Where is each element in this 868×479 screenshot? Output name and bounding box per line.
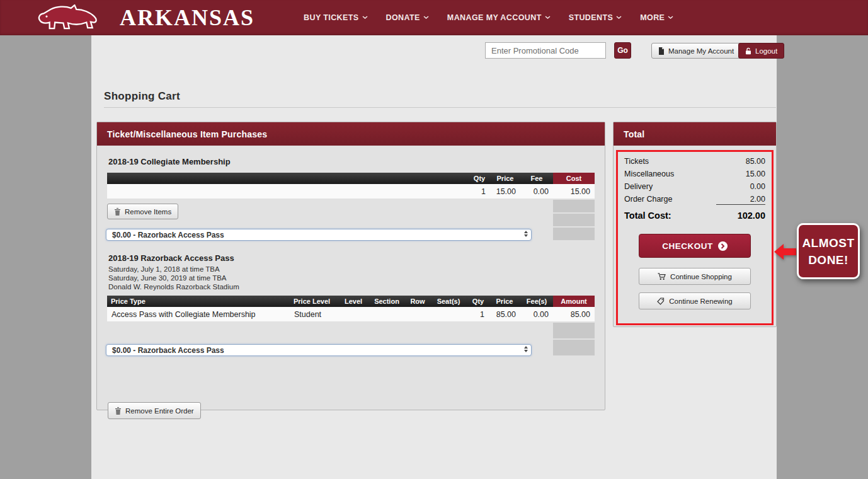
col-blank: [107, 173, 469, 184]
brand-wordmark[interactable]: ARKANSAS: [120, 6, 254, 29]
chevron-down-icon: [362, 16, 368, 20]
razorback-hog-logo[interactable]: [35, 4, 101, 31]
col-price-level: Price Level: [290, 296, 339, 307]
total-row-value: 15.00: [746, 170, 765, 178]
cost-column-filler: [553, 200, 595, 241]
top-navbar: ARKANSAS BUY TICKETS DONATE MANAGE MY AC…: [0, 0, 868, 35]
cost-stub-cell: [553, 200, 595, 212]
membership-table-header: Qty Price Fee Cost: [107, 173, 595, 184]
nav-students[interactable]: STUDENTS: [569, 13, 622, 22]
logout-label: Logout: [755, 47, 777, 55]
cell-price-level: Student: [290, 307, 339, 321]
cell-price-type: Access Pass with Collegiate Membership: [107, 307, 290, 321]
col-fee: Fee: [520, 173, 553, 184]
nav-manage-my-account[interactable]: MANAGE MY ACCOUNT: [447, 13, 551, 22]
logout-button[interactable]: Logout: [738, 43, 784, 59]
cell-section: [368, 307, 406, 321]
cell-cost: 15.00: [553, 184, 595, 199]
membership-access-pass-select[interactable]: $0.00 - Razorback Access Pass: [106, 229, 532, 241]
promo-code-input[interactable]: [485, 42, 606, 59]
chevron-down-icon: [616, 16, 622, 20]
total-cost-value: 102.00: [738, 211, 765, 221]
membership-actions-row: Remove Items $0.00 - Razorback Access Pa…: [107, 199, 595, 242]
manage-account-button[interactable]: Manage My Account: [651, 43, 741, 59]
cost-stub-cell: [553, 228, 595, 240]
remove-items-button[interactable]: Remove Items: [107, 204, 178, 219]
cell-qty: 1: [467, 307, 489, 321]
access-pass-table-row: Access Pass with Collegiate Membership S…: [107, 307, 595, 322]
membership-table-row: 1 15.00 0.00 15.00: [107, 184, 595, 199]
nav-students-label: STUDENTS: [569, 13, 614, 22]
col-price: Price: [489, 296, 520, 307]
membership-access-pass-select-value: $0.00 - Razorback Access Pass: [112, 231, 224, 240]
remove-entire-order-label: Remove Entire Order: [125, 407, 194, 415]
total-row-delivery: Delivery 0.00: [624, 182, 765, 195]
total-panel: Total Tickets 85.00 Miscellaneous 15.00 …: [613, 122, 777, 327]
amount-stub-cell: [553, 323, 595, 338]
col-qty: Qty: [469, 173, 490, 184]
cell-fee: 0.00: [520, 184, 553, 199]
amount-stub-cell: [553, 340, 595, 355]
total-row-label: Miscellaneous: [624, 170, 674, 178]
amount-column-filler: [553, 323, 595, 357]
total-row-miscellaneous: Miscellaneous 15.00: [624, 170, 765, 182]
membership-item-name: 2018-19 Collegiate Membership: [108, 157, 595, 166]
nav-buy-tickets-label: BUY TICKETS: [304, 13, 359, 22]
purchases-panel: Ticket/Miscellaneous Item Purchases 2018…: [96, 122, 605, 410]
total-row-label: Delivery: [624, 182, 653, 191]
col-level: Level: [339, 296, 368, 307]
event-date-2: Saturday, June 30, 2019 at time TBA: [108, 274, 595, 282]
cell-blank: [107, 184, 469, 199]
col-qty: Qty: [467, 296, 489, 307]
total-cost-row: Total Cost: 102.00: [624, 211, 765, 221]
promo-go-button[interactable]: Go: [614, 42, 631, 59]
continue-shopping-button[interactable]: Continue Shopping: [639, 268, 751, 285]
total-row-label: Tickets: [624, 157, 649, 166]
razorback-hog-icon: [35, 4, 101, 31]
manage-account-label: Manage My Account: [668, 47, 734, 55]
access-pass-table: Price Type Price Level Level Section Row…: [107, 296, 595, 322]
cell-amount: 85.00: [553, 307, 595, 321]
access-pass-select[interactable]: $0.00 - Razorback Access Pass: [106, 344, 532, 356]
nav-manage-my-account-label: MANAGE MY ACCOUNT: [447, 13, 542, 22]
purchases-panel-title: Ticket/Miscellaneous Item Purchases: [97, 122, 605, 146]
continue-renewing-button[interactable]: Continue Renewing: [639, 292, 751, 309]
document-icon: [658, 47, 665, 55]
col-row: Row: [406, 296, 430, 307]
continue-renewing-label: Continue Renewing: [669, 297, 732, 305]
access-pass-select-value: $0.00 - Razorback Access Pass: [112, 346, 224, 355]
cell-row: [406, 307, 430, 321]
total-row-tickets: Tickets 85.00: [624, 157, 765, 170]
event-venue: Donald W. Reynolds Razorback Stadium: [108, 282, 595, 291]
select-stepper-icon: [524, 346, 528, 352]
total-cost-label: Total Cost:: [624, 211, 671, 221]
annotation-arrow-icon: [774, 243, 797, 261]
total-panel-title: Total: [614, 122, 776, 146]
nav-donate[interactable]: DONATE: [386, 13, 429, 22]
access-pass-item-name: 2018-19 Razorback Access Pass: [108, 253, 595, 263]
almost-done-badge: ALMOST DONE!: [797, 223, 860, 279]
col-price: Price: [490, 173, 520, 184]
access-pass-actions-row: $0.00 - Razorback Access Pass: [107, 322, 595, 357]
checkout-button[interactable]: CHECKOUT: [639, 234, 751, 258]
cell-seats: [430, 307, 467, 321]
nav-buy-tickets[interactable]: BUY TICKETS: [304, 13, 368, 22]
total-row-value: 0.00: [750, 182, 765, 191]
cell-price: 85.00: [489, 307, 520, 321]
remove-entire-order-button[interactable]: Remove Entire Order: [108, 402, 201, 419]
title-divider: [104, 107, 776, 108]
membership-table: Qty Price Fee Cost 1 15.00 0.00 15.00: [107, 173, 595, 199]
event-date-1: Saturday, July 1, 2018 at time TBA: [108, 265, 595, 274]
access-pass-table-header: Price Type Price Level Level Section Row…: [107, 296, 595, 307]
chevron-down-icon: [423, 16, 429, 20]
col-price-type: Price Type: [107, 296, 290, 307]
total-row-label: Order Charge: [624, 195, 672, 204]
checkout-label: CHECKOUT: [662, 241, 713, 251]
almost-done-line1: ALMOST: [802, 234, 854, 251]
page-content: Go Manage My Account Logout Shopping Car…: [91, 35, 777, 479]
select-stepper-icon: [524, 231, 528, 237]
nav-more[interactable]: MORE: [640, 13, 673, 22]
col-section: Section: [368, 296, 406, 307]
total-panel-body: Tickets 85.00 Miscellaneous 15.00 Delive…: [614, 146, 776, 309]
page-title: Shopping Cart: [104, 90, 180, 103]
